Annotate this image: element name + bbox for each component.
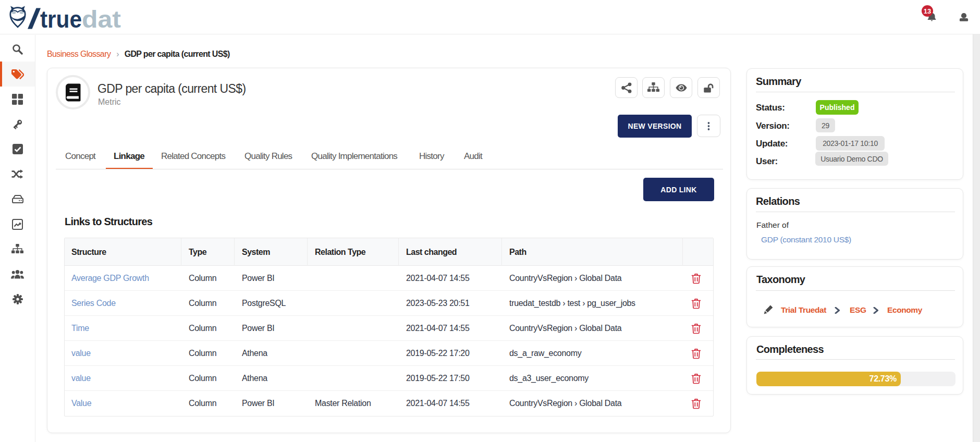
svg-text:dat: dat bbox=[82, 6, 121, 30]
svg-text:true: true bbox=[40, 6, 82, 30]
